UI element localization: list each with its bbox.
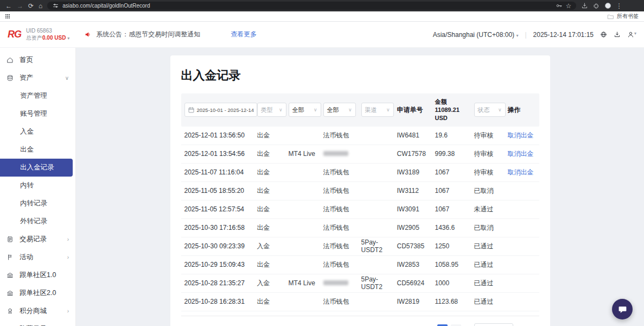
cell-time: 2025-12-01 13:54:56 [181,150,257,158]
user-menu[interactable]: ▾ [627,31,636,38]
cell-type: 出金 [257,131,289,140]
divider: | [525,31,526,39]
cell-status: 待审核 [474,131,508,140]
cancel-withdraw-link[interactable]: 取消出金 [508,150,534,158]
address-bar[interactable]: asiabo.com/capital/goldInOutRecord ☆ [47,2,576,10]
cancel-withdraw-link[interactable]: 取消出金 [508,168,534,176]
account-summary[interactable]: UID 65863 总资产0.00 USD ▾ [26,27,69,42]
main-content: 出入金记录 2025-10-01 - 2025-12-14 类型∨ 全部∨ 全部… [76,48,644,326]
chrome-actions: ⋮ [581,2,622,9]
cell-time: 2025-10-29 15:09:43 [181,261,257,268]
table-row: 2025-11-05 12:57:54出金法币钱包IW30911067未通过 [181,200,539,219]
status-filter[interactable]: 状态∨ [474,103,506,117]
password-key-icon[interactable] [556,2,563,9]
sidebar-item-2[interactable]: 资产管理 [0,87,75,105]
cell-type: 出金 [257,223,289,233]
type-filter[interactable]: 类型∨ [257,103,286,117]
sidebar-item-label: 积分商城 [20,306,47,316]
view-more-link[interactable]: 查看更多 [231,30,257,39]
sidebar-item-12[interactable]: 跟单社区1.0 [0,266,75,284]
sidebar-item-4[interactable]: 入金 [0,123,75,141]
table-row: 2025-11-07 11:16:04出金法币钱包IW31891067待审核取消… [181,164,539,182]
sidebar-item-5[interactable]: 出金 [0,141,75,159]
all-bookmarks[interactable]: 所有书签 [607,12,639,20]
browser-home-icon[interactable]: ⌂ [39,3,42,9]
back-icon[interactable]: ← [5,3,12,9]
cell-wallet: 法币钱包 [323,242,361,251]
downloads-icon[interactable] [581,2,588,9]
table-row: 2025-10-28 16:28:31出金法币钱包IW28191123.68已通… [181,293,539,311]
sidebar-item-14[interactable]: 积分商城› [0,302,75,320]
sidebar-item-8[interactable]: 内转记录 [0,195,75,212]
cell-time: 2025-11-05 18:55:20 [181,187,257,195]
chevron-down-icon: ∨ [314,107,317,112]
cell-status: 已通过 [474,242,508,251]
browser-chrome: ← → ⟳ ⌂ asiabo.com/capital/goldInOutReco… [0,0,644,11]
sidebar-item-15[interactable]: 隐藏目录 [0,320,75,326]
cell-order: IW3112 [397,187,435,195]
table-row: 2025-12-01 13:54:56出金MT4 LiveCW17578999.… [181,145,539,164]
sidebar-item-11[interactable]: 活动› [0,248,75,266]
sidebar-item-10[interactable]: 交易记录› [0,230,75,248]
chat-widget-button[interactable] [612,299,633,319]
sidebar-item-1[interactable]: 资产∨ [0,69,75,87]
table-row: 2025-12-01 13:56:50出金法币钱包IW648119.6待审核取消… [181,127,539,145]
sidebar-item-3[interactable]: 账号管理 [0,105,75,123]
cell-amount: 1123.68 [435,298,474,305]
sidebar-item-7[interactable]: 内转 [0,177,75,195]
logo[interactable]: RG [8,29,21,40]
cell-time: 2025-11-05 12:57:54 [181,205,257,213]
chevron-right-icon: › [67,308,69,314]
menu-dots-icon[interactable]: ⋮ [616,3,622,9]
download-icon[interactable] [614,31,621,38]
language-globe-icon[interactable] [600,31,607,38]
date-range-picker[interactable]: 2025-10-01 - 2025-12-14 [184,103,257,117]
chevron-down-icon: ∨ [348,107,352,112]
cancel-withdraw-link[interactable]: 取消出金 [508,131,534,139]
account-filter[interactable]: 全部∨ [289,103,321,117]
cell-time: 2025-10-28 21:35:27 [181,279,257,287]
chevron-down-icon: ∨ [279,107,283,112]
bookmark-star-icon[interactable]: ☆ [566,3,572,9]
chevron-down-icon: ▾ [67,36,69,41]
cell-status: 待审核 [474,168,508,177]
community-icon [7,272,15,279]
apps-grid-icon[interactable] [5,14,10,18]
sidebar-item-6[interactable]: 出入金记录 [0,159,73,177]
community-icon [7,290,15,297]
chevron-down-icon: ▾ [634,31,636,38]
refresh-icon[interactable]: ⟳ [28,3,34,9]
site-info-icon[interactable] [52,2,59,9]
cell-status: 已取消 [474,223,508,233]
sidebar-item-9[interactable]: 外转记录 [0,212,75,230]
cell-time: 2025-10-30 09:23:39 [181,242,257,250]
cell-order: CD56924 [397,279,435,287]
table-header: 2025-10-01 - 2025-12-14 类型∨ 全部∨ 全部∨ 渠道∨ … [181,93,539,127]
total-assets-value: 0.00 USD [42,35,66,41]
forward-icon[interactable]: → [17,3,23,9]
cell-wallet: 法币钱包 [323,205,361,214]
sidebar-item-label: 活动 [20,253,33,262]
table-row: 2025-10-28 21:35:27入金MT4 Live5Pay-USDT2C… [181,274,539,293]
cell-order: CW17578 [397,150,435,158]
sidebar-item-0[interactable]: 首页 [0,51,75,69]
channel-filter[interactable]: 渠道∨ [361,103,394,117]
sidebar-item-13[interactable]: 跟单社区2.0 [0,284,75,302]
profile-avatar[interactable] [605,3,611,9]
extensions-icon[interactable] [593,2,600,9]
cell-type: 出金 [257,186,289,196]
cell-amount: 1436.6 [435,224,474,231]
cell-wallet [323,150,361,158]
timezone-selector[interactable]: Asia/Shanghai (UTC+08:00) ▾ [433,31,519,39]
col-amount: 金额 11089.21 USD [435,98,474,122]
status-filter-label: 状态 [478,106,490,114]
cell-status: 已通过 [474,279,508,288]
date-range-value: 2025-10-01 - 2025-12-14 [197,107,254,113]
cell-wallet: 法币钱包 [323,223,361,233]
page-size-select[interactable]: 10条/页∨ [474,323,513,326]
wallet-filter[interactable]: 全部∨ [323,103,356,117]
cell-type: 出金 [257,260,289,269]
url-text: asiabo.com/capital/goldInOutRecord [62,3,150,9]
cell-status: 未通过 [474,205,508,214]
header-actions: Asia/Shanghai (UTC+08:00) ▾ | 2025-12-14… [433,31,636,39]
